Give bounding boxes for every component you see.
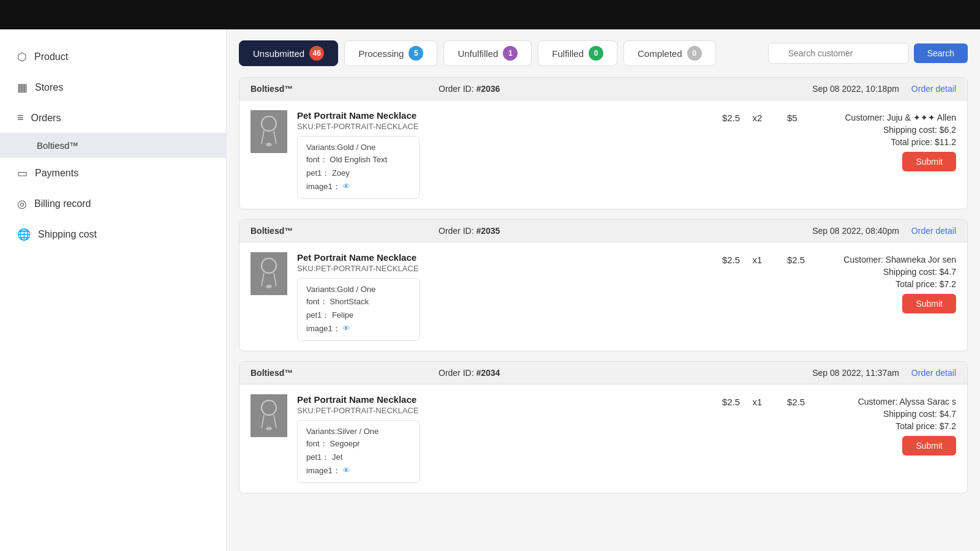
- product-name-2036: Pet Portrait Name Necklace: [297, 110, 712, 121]
- order-item-2035: Pet Portrait Name Necklace SKU:PET-PORTR…: [239, 242, 967, 351]
- variant-color-2036: Variants:Gold / One: [306, 143, 410, 152]
- order-variants-2034: Variants:Silver / One font： Segoepr pet1…: [297, 420, 420, 483]
- order-total-2034: $2.5: [787, 394, 824, 407]
- tab-fulfilled[interactable]: Fulfilled 0: [538, 40, 617, 66]
- submit-button-2036[interactable]: Submit: [902, 152, 956, 171]
- variant-image-2036: image1： 👁: [306, 181, 410, 192]
- tab-fulfilled-label: Fulfilled: [552, 48, 584, 59]
- product-image-2036: [251, 110, 287, 153]
- order-price-qty-2034: $2.5 x1: [722, 394, 777, 407]
- tab-processing[interactable]: Processing 5: [344, 40, 437, 66]
- order-id-2035: Order ID: #2035: [330, 226, 608, 236]
- order-header-2035: Boltiesd™ Order ID: #2035 Sep 08 2022, 0…: [239, 220, 967, 242]
- tab-completed-label: Completed: [638, 48, 682, 59]
- submit-button-2035[interactable]: Submit: [902, 294, 956, 313]
- tab-fulfilled-badge: 0: [589, 46, 603, 61]
- sidebar-item-billing[interactable]: ◎ Billing record: [0, 189, 226, 219]
- top-bar: [0, 0, 980, 29]
- submit-button-2034[interactable]: Submit: [902, 436, 956, 455]
- variant-color-2034: Variants:Silver / One: [306, 427, 410, 436]
- order-total-2035: $2.5: [787, 252, 824, 265]
- order-info-2035: Pet Portrait Name Necklace SKU:PET-PORTR…: [297, 252, 712, 341]
- tab-processing-badge: 5: [409, 46, 423, 61]
- product-sku-2035: SKU:PET-PORTRAIT-NECKLACE: [297, 264, 712, 273]
- eye-icon-2036[interactable]: 👁: [342, 182, 350, 191]
- order-detail-link-2034[interactable]: Order detail: [911, 368, 956, 378]
- sidebar-item-payments[interactable]: ▭ Payments: [0, 158, 226, 189]
- order-variants-2035: Variants:Gold / One font： ShortStack pet…: [297, 278, 420, 341]
- order-customer-2036: Customer: Juju & ✦✦✦ Allen Shipping cost…: [834, 110, 956, 171]
- variant-font-2036: font： Old English Text: [306, 154, 410, 165]
- shipping-cost-2036: Shipping cost: $6.2: [883, 125, 956, 135]
- order-item-2036: Pet Portrait Name Necklace SKU:PET-PORTR…: [239, 100, 967, 209]
- billing-icon: ◎: [17, 197, 27, 211]
- sidebar-item-orders[interactable]: ≡ Orders: [0, 103, 226, 133]
- order-id-2034: Order ID: #2034: [330, 368, 608, 378]
- order-variants-2036: Variants:Gold / One font： Old English Te…: [297, 136, 420, 199]
- search-area: 🔍 Search: [768, 43, 968, 64]
- order-price-qty-2035: $2.5 x1: [722, 252, 777, 265]
- variant-font-2035: font： ShortStack: [306, 296, 410, 307]
- product-icon: ⬡: [17, 50, 27, 64]
- product-sku-2036: SKU:PET-PORTRAIT-NECKLACE: [297, 122, 712, 131]
- stores-icon: ▦: [17, 81, 28, 94]
- order-card-2034: Boltiesd™ Order ID: #2034 Sep 08 2022, 1…: [239, 361, 968, 493]
- sidebar-item-boltiesd-label: Boltiesd™: [37, 140, 78, 151]
- order-card-2035: Boltiesd™ Order ID: #2035 Sep 08 2022, 0…: [239, 219, 968, 351]
- total-price-2034: Total price: $7.2: [895, 421, 956, 431]
- orders-icon: ≡: [17, 111, 24, 124]
- customer-name-2036: Customer: Juju & ✦✦✦ Allen: [845, 113, 956, 122]
- svg-point-9: [266, 285, 272, 288]
- tab-unfulfilled[interactable]: Unfulfilled 1: [443, 40, 532, 66]
- total-price-2036: Total price: $11.2: [891, 137, 956, 147]
- main-content: Unsubmitted 46 Processing 5 Unfulfilled …: [227, 29, 980, 551]
- shipping-cost-2035: Shipping cost: $4.7: [883, 267, 956, 277]
- sidebar-item-shipping[interactable]: 🌐 Shipping cost: [0, 219, 226, 250]
- order-price-qty-2036: $2.5 x2: [722, 110, 777, 123]
- variant-pet-2036: pet1： Zoey: [306, 168, 410, 179]
- tab-processing-label: Processing: [358, 48, 404, 59]
- sidebar: ⬡ Product ▦ Stores ≡ Orders Boltiesd™ ▭ …: [0, 29, 227, 551]
- customer-name-2035: Customer: Shawneka Jor sen: [843, 255, 956, 264]
- payments-icon: ▭: [17, 167, 28, 180]
- variant-image-2034: image1： 👁: [306, 465, 410, 476]
- customer-name-2034: Customer: Alyssa Sarac s: [858, 397, 956, 407]
- search-input[interactable]: [768, 43, 909, 64]
- sidebar-item-product[interactable]: ⬡ Product: [0, 42, 226, 72]
- order-detail-link-2035[interactable]: Order detail: [911, 226, 956, 236]
- tab-completed[interactable]: Completed 0: [624, 40, 716, 66]
- tab-unfulfilled-label: Unfulfilled: [458, 48, 498, 59]
- order-date-2036: Sep 08 2022, 10:18pm: [620, 84, 899, 94]
- orders-list: Boltiesd™ Order ID: #2036 Sep 08 2022, 1…: [227, 77, 980, 515]
- shipping-cost-2034: Shipping cost: $4.7: [883, 409, 956, 419]
- order-store-2036: Boltiesd™: [251, 84, 318, 94]
- order-customer-2034: Customer: Alyssa Sarac s Shipping cost: …: [834, 394, 956, 455]
- variant-font-2034: font： Segoepr: [306, 438, 410, 449]
- variant-color-2035: Variants:Gold / One: [306, 285, 410, 294]
- search-button[interactable]: Search: [914, 43, 968, 63]
- sidebar-item-stores[interactable]: ▦ Stores: [0, 72, 226, 103]
- order-header-2034: Boltiesd™ Order ID: #2034 Sep 08 2022, 1…: [239, 362, 967, 384]
- order-store-2035: Boltiesd™: [251, 226, 318, 236]
- sidebar-item-billing-label: Billing record: [34, 198, 91, 209]
- order-date-2034: Sep 08 2022, 11:37am: [620, 368, 899, 378]
- order-card-2036: Boltiesd™ Order ID: #2036 Sep 08 2022, 1…: [239, 77, 968, 209]
- product-image-2034: [251, 394, 287, 437]
- variant-pet-2035: pet1： Felipe: [306, 310, 410, 321]
- variant-pet-2034: pet1： Jet: [306, 452, 410, 463]
- tab-unsubmitted[interactable]: Unsubmitted 46: [239, 40, 338, 66]
- order-total-2036: $5: [787, 110, 824, 123]
- order-header-2036: Boltiesd™ Order ID: #2036 Sep 08 2022, 1…: [239, 78, 967, 100]
- svg-point-4: [266, 143, 272, 146]
- order-date-2035: Sep 08 2022, 08:40pm: [620, 226, 899, 236]
- order-detail-link-2036[interactable]: Order detail: [911, 84, 956, 94]
- variant-image-2035: image1： 👁: [306, 323, 410, 334]
- sidebar-item-product-label: Product: [34, 51, 68, 62]
- sidebar-item-orders-label: Orders: [31, 113, 61, 124]
- eye-icon-2034[interactable]: 👁: [342, 466, 350, 475]
- tab-completed-badge: 0: [687, 46, 702, 61]
- order-info-2034: Pet Portrait Name Necklace SKU:PET-PORTR…: [297, 394, 712, 483]
- product-name-2034: Pet Portrait Name Necklace: [297, 394, 712, 405]
- eye-icon-2035[interactable]: 👁: [342, 324, 350, 333]
- sidebar-item-boltiesd[interactable]: Boltiesd™: [0, 133, 226, 158]
